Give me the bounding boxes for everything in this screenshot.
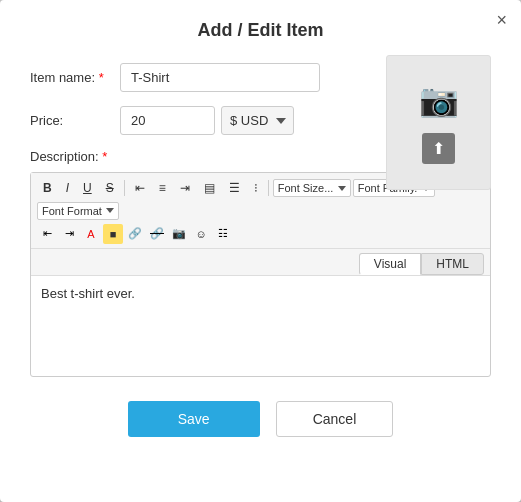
html-tab[interactable]: HTML xyxy=(421,253,484,275)
unordered-list-button[interactable]: ⁝ xyxy=(248,177,264,200)
align-justify-button[interactable]: ▤ xyxy=(198,177,221,200)
color-button[interactable]: A xyxy=(81,224,101,244)
table-button[interactable]: ☷ xyxy=(213,224,233,244)
price-label: Price: xyxy=(30,113,120,128)
underline-button[interactable]: U xyxy=(77,177,98,200)
font-size-select[interactable]: Font Size... xyxy=(273,179,351,197)
indent-button[interactable]: ⇥ xyxy=(59,224,79,244)
align-right-button[interactable]: ⇥ xyxy=(174,177,196,200)
modal-title: Add / Edit Item xyxy=(30,20,491,41)
align-left-button[interactable]: ⇤ xyxy=(129,177,151,200)
outdent-button[interactable]: ⇤ xyxy=(37,224,57,244)
footer-buttons: Save Cancel xyxy=(30,401,491,437)
ordered-list-button[interactable]: ☰ xyxy=(223,177,246,200)
highlight-button[interactable]: ■ xyxy=(103,224,123,244)
emoticon-button[interactable]: ☺ xyxy=(191,224,211,244)
currency-select[interactable]: $ USD € EUR £ GBP xyxy=(221,106,294,135)
italic-button[interactable]: I xyxy=(60,177,75,200)
image-upload-box: 📷 ⬆ xyxy=(386,55,491,190)
item-name-label: Item name: * xyxy=(30,70,120,85)
image-button[interactable]: 📷 xyxy=(169,224,189,244)
item-name-input[interactable] xyxy=(120,63,320,92)
required-indicator: * xyxy=(99,70,104,85)
bold-button[interactable]: B xyxy=(37,177,58,200)
upload-image-button[interactable]: ⬆ xyxy=(422,133,455,164)
price-input[interactable] xyxy=(120,106,215,135)
camera-icon: 📷 xyxy=(419,81,459,119)
toolbar-row-2: ⇤ ⇥ A ■ 🔗 🔗 📷 ☺ ☷ xyxy=(37,224,484,244)
unlink-button[interactable]: 🔗 xyxy=(147,224,167,244)
save-button[interactable]: Save xyxy=(128,401,260,437)
view-tabs: Visual HTML xyxy=(31,249,490,276)
visual-tab[interactable]: Visual xyxy=(359,253,421,275)
strikethrough-button[interactable]: S xyxy=(100,177,120,200)
align-center-button[interactable]: ≡ xyxy=(153,177,172,200)
rich-text-editor: B I U S ⇤ ≡ ⇥ ▤ ☰ ⁝ Font Size... Font Fa… xyxy=(30,172,491,377)
description-required: * xyxy=(102,149,107,164)
editor-content[interactable]: Best t-shirt ever. xyxy=(31,276,490,376)
modal-dialog: × Add / Edit Item 📷 ⬆ Item name: * Price… xyxy=(0,0,521,502)
divider-2 xyxy=(268,180,269,196)
divider-1 xyxy=(124,180,125,196)
cancel-button[interactable]: Cancel xyxy=(276,401,394,437)
close-button[interactable]: × xyxy=(496,10,507,31)
font-format-select[interactable]: Font Format xyxy=(37,202,119,220)
link-button[interactable]: 🔗 xyxy=(125,224,145,244)
